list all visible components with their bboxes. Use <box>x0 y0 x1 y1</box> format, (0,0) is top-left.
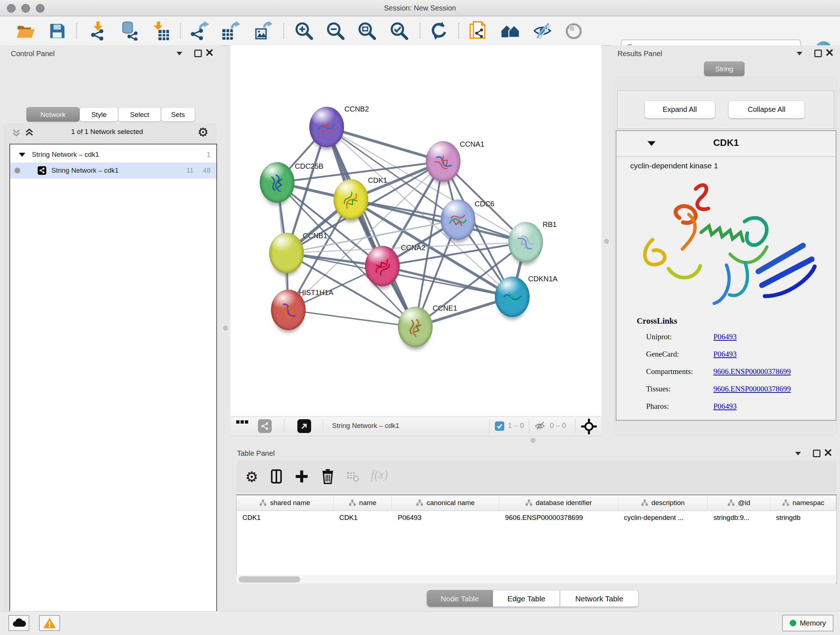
protein-structure-image <box>618 174 834 313</box>
table-cell[interactable]: 9606.ENSP00000378699 <box>499 510 618 525</box>
right-splitter-handle[interactable] <box>604 239 609 244</box>
edge-layer <box>231 45 601 416</box>
column-header-shared-name[interactable]: shared name <box>237 495 333 510</box>
goto-network-icon[interactable] <box>297 419 311 433</box>
expand-all-button[interactable]: Expand All <box>644 100 715 119</box>
crosslink-link[interactable]: 9606.ENSP00000378699 <box>714 367 791 376</box>
panel-menu-icon[interactable] <box>795 452 801 455</box>
zoom-fit-button[interactable] <box>357 21 377 41</box>
export-table-button[interactable] <box>221 21 240 41</box>
node-CDC25B[interactable] <box>260 162 294 203</box>
tree-expander-icon[interactable] <box>19 153 25 157</box>
tab-sets[interactable]: Sets <box>161 107 195 122</box>
crosslink-link[interactable]: P06493 <box>714 402 737 411</box>
node-CDK1[interactable] <box>333 179 368 220</box>
protein-card-header[interactable]: CDK1 <box>616 131 836 157</box>
node-RB1[interactable] <box>508 222 543 263</box>
toolbar-separator <box>76 23 77 39</box>
share-view-icon[interactable] <box>258 419 272 433</box>
edge-HIST1H1A-CCNE1[interactable] <box>288 310 415 327</box>
delete-table-icon[interactable] <box>345 469 362 485</box>
string-document-button[interactable] <box>469 21 488 41</box>
tab-network[interactable]: Network <box>27 107 80 122</box>
protein-ribbon-icon <box>426 141 461 182</box>
bottom-splitter-handle[interactable] <box>531 438 535 443</box>
horizontal-scrollbar-thumb[interactable] <box>239 576 300 583</box>
add-column-icon[interactable] <box>294 469 310 485</box>
tab-node-table[interactable]: Node Table <box>427 590 493 607</box>
center-crosshair-icon[interactable] <box>581 418 597 436</box>
tab-string[interactable]: String <box>704 62 745 76</box>
node-CCNA1[interactable] <box>426 141 461 182</box>
delete-column-trash-icon[interactable] <box>319 469 336 485</box>
table-cell[interactable]: cyclin-dependent ... <box>618 510 708 525</box>
panel-float-icon[interactable] <box>813 450 821 457</box>
panel-menu-icon[interactable] <box>177 52 182 55</box>
panel-close-icon[interactable] <box>206 49 213 57</box>
crosslink-link[interactable]: P06493 <box>714 350 737 359</box>
table-cell[interactable]: CDK1 <box>333 510 392 525</box>
tab-network-table[interactable]: Network Table <box>560 590 638 607</box>
crosslink-link[interactable]: 9606.ENSP00000378699 <box>714 385 791 394</box>
function-builder-icon[interactable]: f(x) <box>371 468 388 481</box>
column-header-canonical-name[interactable]: canonical name <box>392 495 499 510</box>
panel-float-icon[interactable] <box>814 50 822 57</box>
import-network-database-button[interactable] <box>118 21 138 41</box>
zoom-selected-button[interactable] <box>389 21 409 41</box>
zoom-in-button[interactable] <box>294 21 314 41</box>
cloud-button[interactable] <box>8 615 29 631</box>
network-collection-row[interactable]: String Network – cdk1 1 <box>10 147 216 163</box>
collapse-all-button[interactable]: Collapse All <box>728 100 805 119</box>
import-table-button[interactable] <box>152 21 172 41</box>
table-settings-gear-icon[interactable]: ⚙ <box>243 469 260 485</box>
import-network-file-button[interactable] <box>88 21 108 41</box>
horizontal-scrollbar[interactable] <box>236 575 836 584</box>
hidden-eye-icon[interactable] <box>534 421 546 433</box>
select-columns-icon[interactable] <box>268 469 285 485</box>
warning-button[interactable] <box>39 615 60 631</box>
open-session-button[interactable] <box>16 21 35 41</box>
node-CCNB2[interactable] <box>309 107 344 147</box>
table-cell[interactable]: P06493 <box>392 510 499 525</box>
column-header--id[interactable]: @id <box>707 495 770 510</box>
network-overview-button[interactable] <box>501 21 520 41</box>
network-row-selected[interactable]: String Network – cdk1 11 48 <box>10 163 216 179</box>
show-graphics-button[interactable] <box>564 21 584 41</box>
save-session-button[interactable] <box>47 21 67 41</box>
edge-CCNB2-CCNE1[interactable] <box>327 127 415 327</box>
left-splitter-handle[interactable] <box>223 326 228 331</box>
tab-edge-table[interactable]: Edge Table <box>493 590 560 607</box>
table-cell[interactable]: CDK1 <box>237 510 333 525</box>
column-header-namespac[interactable]: namespac <box>770 495 836 510</box>
table-cell[interactable]: stringdb:9... <box>707 510 770 525</box>
hide-graphics-button[interactable] <box>532 21 552 41</box>
network-options-gear-icon[interactable]: ⚙ <box>197 126 208 139</box>
export-image-button[interactable] <box>253 21 272 41</box>
column-header-description[interactable]: description <box>618 495 708 510</box>
node-CDC6[interactable] <box>441 200 475 240</box>
tab-select[interactable]: Select <box>118 107 161 122</box>
grid-view-icon[interactable] <box>236 420 248 426</box>
network-label: String Network – cdk1 <box>51 166 118 174</box>
panel-close-icon[interactable] <box>826 49 833 57</box>
panel-close-icon[interactable] <box>824 449 832 458</box>
table-row[interactable]: CDK1CDK1P064939606.ENSP00000378699cyclin… <box>237 510 836 525</box>
column-header-database-identifier[interactable]: database identifier <box>499 495 618 510</box>
tab-style[interactable]: Style <box>80 107 118 122</box>
panel-menu-icon[interactable] <box>797 52 802 55</box>
node-CCNE1[interactable] <box>398 307 433 347</box>
node-CCNB1[interactable] <box>269 233 304 273</box>
memory-button[interactable]: Memory <box>782 615 834 631</box>
export-network-button[interactable] <box>189 21 209 41</box>
table-cell[interactable]: stringdb <box>770 510 836 525</box>
panel-float-icon[interactable] <box>194 50 202 57</box>
crosslink-link[interactable]: P06493 <box>714 333 737 341</box>
node-label-CDK1: CDK1 <box>368 176 387 185</box>
zoom-out-button[interactable] <box>325 21 345 41</box>
node-CDKN1A[interactable] <box>495 277 530 317</box>
refresh-view-button[interactable] <box>429 21 448 41</box>
column-header-name[interactable]: name <box>333 495 392 510</box>
node-CCNA2[interactable] <box>365 246 400 287</box>
network-canvas[interactable]: CCNB2 CCNA1 CDC25B CDK1 CDC6 RB1CCNB1 CC… <box>231 45 601 416</box>
selected-checkbox[interactable] <box>495 421 504 431</box>
